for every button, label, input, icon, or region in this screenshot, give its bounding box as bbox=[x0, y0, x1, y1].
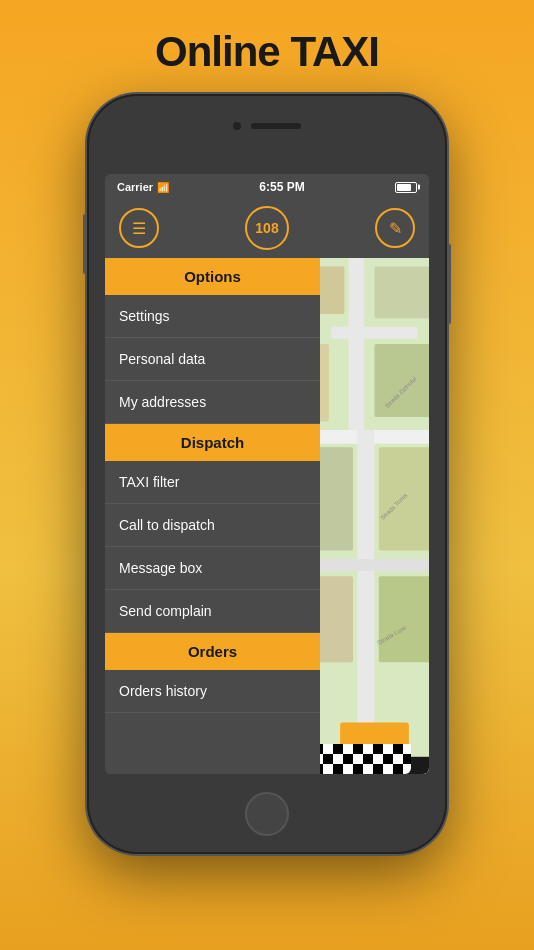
badge-value: 108 bbox=[255, 220, 278, 236]
menu-item-orders-history[interactable]: Orders history bbox=[105, 670, 320, 713]
section-header-dispatch: Dispatch bbox=[105, 424, 320, 461]
svg-rect-13 bbox=[379, 576, 429, 662]
map-area: Strada Zizinului Strada Tomis Strada Lun… bbox=[320, 258, 429, 774]
map-svg: Strada Zizinului Strada Tomis Strada Lun… bbox=[320, 258, 429, 774]
menu-panel: Options Settings Personal data My addres… bbox=[105, 258, 320, 774]
page-title: Online TAXI bbox=[155, 28, 379, 76]
section-header-options: Options bbox=[105, 258, 320, 295]
section-header-orders: Orders bbox=[105, 633, 320, 670]
battery-fill bbox=[397, 184, 411, 191]
menu-item-settings[interactable]: Settings bbox=[105, 295, 320, 338]
home-button[interactable] bbox=[245, 792, 289, 836]
badge-button[interactable]: 108 bbox=[245, 206, 289, 250]
phone-top-bar bbox=[233, 122, 301, 130]
svg-rect-1 bbox=[349, 258, 364, 430]
svg-rect-5 bbox=[320, 559, 429, 571]
svg-rect-10 bbox=[320, 447, 353, 550]
camera-dot bbox=[233, 122, 241, 130]
menu-item-message-box[interactable]: Message box bbox=[105, 547, 320, 590]
carrier-text: Carrier bbox=[117, 181, 153, 193]
svg-rect-8 bbox=[320, 344, 329, 421]
svg-rect-9 bbox=[375, 344, 430, 417]
battery-icon bbox=[395, 182, 417, 193]
phone-screen: Carrier 📶 6:55 PM ☰ 108 bbox=[105, 174, 429, 774]
nav-header: ☰ 108 ✎ bbox=[105, 198, 429, 258]
svg-rect-12 bbox=[320, 576, 353, 662]
menu-button[interactable]: ☰ bbox=[119, 208, 159, 248]
phone-mockup: Carrier 📶 6:55 PM ☰ 108 bbox=[87, 94, 447, 854]
phone-frame: Carrier 📶 6:55 PM ☰ 108 bbox=[87, 94, 447, 854]
menu-item-my-addresses[interactable]: My addresses bbox=[105, 381, 320, 424]
status-bar: Carrier 📶 6:55 PM bbox=[105, 174, 429, 198]
wifi-icon: 📶 bbox=[157, 182, 169, 193]
edit-icon: ✎ bbox=[389, 219, 402, 238]
content-area: Options Settings Personal data My addres… bbox=[105, 258, 429, 774]
speaker-slot bbox=[251, 123, 301, 129]
menu-item-personal-data[interactable]: Personal data bbox=[105, 338, 320, 381]
status-time: 6:55 PM bbox=[259, 180, 304, 194]
carrier-label: Carrier 📶 bbox=[117, 181, 169, 193]
menu-item-send-complain[interactable]: Send complain bbox=[105, 590, 320, 633]
svg-rect-7 bbox=[375, 267, 430, 319]
menu-item-call-to-dispatch[interactable]: Call to dispatch bbox=[105, 504, 320, 547]
hamburger-icon: ☰ bbox=[132, 219, 146, 238]
menu-item-taxi-filter[interactable]: TAXI filter bbox=[105, 461, 320, 504]
svg-rect-6 bbox=[320, 267, 344, 314]
svg-rect-2 bbox=[332, 327, 418, 339]
battery-area bbox=[395, 182, 417, 193]
edit-button[interactable]: ✎ bbox=[375, 208, 415, 248]
